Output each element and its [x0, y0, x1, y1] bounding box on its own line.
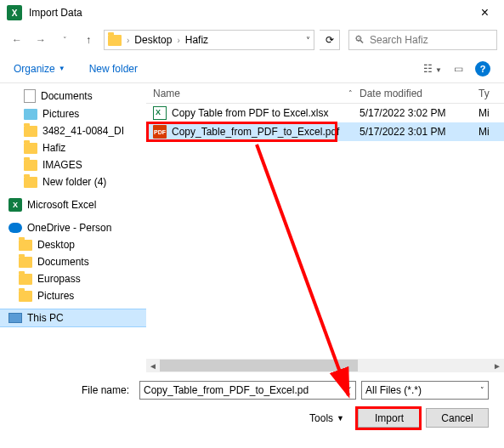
pc-icon	[8, 313, 22, 323]
folder-icon	[108, 35, 122, 46]
file-row[interactable]: Copy Table from PDF to Excel.xlsx 5/17/2…	[146, 104, 504, 122]
navigation-tree[interactable]: Documents Pictures 3482_41-0084_DI Hafiz…	[0, 83, 146, 372]
cancel-button[interactable]: Cancel	[426, 408, 489, 428]
filename-label: File name:	[15, 384, 134, 396]
chevron-right-icon[interactable]: ›	[177, 36, 179, 45]
folder-icon	[24, 177, 37, 188]
excel-app-icon: X	[7, 5, 22, 20]
main-split: Documents Pictures 3482_41-0084_DI Hafiz…	[0, 83, 504, 372]
tools-menu[interactable]: Tools ▼	[309, 412, 344, 424]
window-title: Import Data	[29, 7, 473, 19]
folder-icon	[19, 291, 32, 302]
recent-dropdown[interactable]: ˅	[54, 30, 75, 50]
tree-item-od-documents[interactable]: Documents	[0, 253, 146, 270]
folder-icon	[19, 274, 32, 285]
address-bar[interactable]: › Desktop › Hafiz ˅	[104, 30, 314, 50]
list-body[interactable]: Copy Table from PDF to Excel.xlsx 5/17/2…	[146, 104, 504, 359]
chevron-right-icon[interactable]: ›	[127, 36, 129, 45]
back-button[interactable]: ←	[7, 30, 27, 50]
folder-icon	[19, 257, 32, 268]
close-icon[interactable]: ×	[473, 5, 497, 20]
help-icon[interactable]: ?	[475, 61, 490, 77]
toolbar: Organize▼ New folder ☷ ▼ ▭ ?	[0, 54, 504, 83]
refresh-button[interactable]: ⟳	[320, 30, 340, 50]
nav-bar: ← → ˅ ↑ › Desktop › Hafiz ˅ ⟳ 🔍︎ Search …	[0, 26, 504, 54]
tree-item-hafiz[interactable]: Hafiz	[0, 139, 146, 156]
column-type[interactable]: Ty	[479, 88, 504, 99]
folder-icon	[24, 126, 37, 137]
tree-item-documents[interactable]: Documents	[0, 87, 146, 105]
scroll-left-icon[interactable]: ◄	[146, 359, 160, 372]
file-row[interactable]: PDFCopy_Table_from_PDF_to_Excel.pdf 5/17…	[146, 122, 504, 141]
documents-icon	[24, 89, 36, 103]
scroll-thumb[interactable]	[160, 360, 358, 371]
chevron-down-icon: ▼	[59, 65, 65, 72]
horizontal-scrollbar[interactable]: ◄ ►	[146, 359, 504, 372]
tree-item-images[interactable]: IMAGES	[0, 156, 146, 173]
import-button[interactable]: Import	[358, 408, 421, 428]
tree-item-onedrive[interactable]: OneDrive - Person	[0, 219, 146, 236]
filename-input[interactable]: Copy_Table_from_PDF_to_Excel.pd ˅	[139, 381, 356, 400]
pictures-icon	[24, 109, 37, 120]
new-folder-button[interactable]: New folder	[89, 63, 138, 75]
tree-item-excel[interactable]: XMicrosoft Excel	[0, 196, 146, 214]
sort-asc-icon: ˄	[348, 89, 353, 98]
chevron-down-icon[interactable]: ˅	[306, 36, 310, 45]
folder-icon	[24, 160, 37, 171]
tree-item-folder[interactable]: 3482_41-0084_DI	[0, 122, 146, 139]
file-list: Name˄ Date modified Ty Copy Table from P…	[146, 83, 504, 372]
footer: File name: Copy_Table_from_PDF_to_Excel.…	[0, 372, 504, 439]
organize-menu[interactable]: Organize▼	[14, 63, 65, 75]
list-header[interactable]: Name˄ Date modified Ty	[146, 83, 504, 104]
tree-item-newfolder[interactable]: New folder (4)	[0, 173, 146, 190]
search-input[interactable]: 🔍︎ Search Hafiz	[348, 30, 497, 50]
tree-item-od-europass[interactable]: Europass	[0, 270, 146, 287]
breadcrumb-desktop[interactable]: Desktop	[134, 34, 172, 46]
preview-pane-icon[interactable]: ▭	[454, 63, 463, 75]
onedrive-icon	[8, 223, 22, 233]
pdf-file-icon: PDF	[153, 125, 167, 139]
up-button[interactable]: ↑	[78, 30, 99, 50]
titlebar: X Import Data ×	[0, 0, 504, 26]
chevron-down-icon[interactable]: ˅	[348, 386, 352, 394]
breadcrumb-hafiz[interactable]: Hafiz	[185, 34, 208, 46]
chevron-down-icon[interactable]: ˅	[480, 386, 484, 394]
folder-icon	[24, 143, 37, 154]
search-placeholder: Search Hafiz	[370, 34, 428, 46]
tree-item-od-desktop[interactable]: Desktop	[0, 236, 146, 253]
folder-icon	[19, 240, 32, 251]
chevron-down-icon: ▼	[337, 414, 344, 422]
tree-item-od-pictures[interactable]: Pictures	[0, 287, 146, 304]
excel-app-icon: X	[8, 198, 22, 212]
column-date[interactable]: Date modified	[360, 88, 479, 99]
forward-button: →	[31, 30, 51, 50]
tree-item-pictures[interactable]: Pictures	[0, 105, 146, 122]
filetype-select[interactable]: All Files (*.*) ˅	[361, 381, 489, 400]
search-icon: 🔍︎	[354, 34, 365, 46]
xlsx-file-icon	[153, 106, 167, 120]
view-options-icon[interactable]: ☷ ▼	[423, 63, 442, 75]
scroll-right-icon[interactable]: ►	[490, 359, 504, 372]
tree-item-thispc[interactable]: This PC	[0, 309, 146, 326]
column-name[interactable]: Name˄	[146, 88, 360, 99]
